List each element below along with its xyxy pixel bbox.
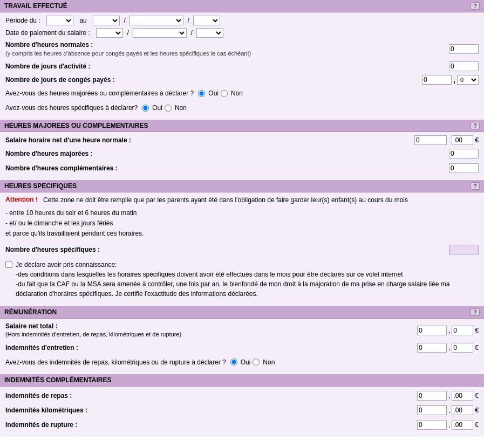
salaire-horaire-euro: €	[475, 136, 479, 144]
heures-specifiques-help-icon[interactable]: ?	[471, 182, 480, 190]
heures-specifiques-header: HEURES SPECIFIQUES ?	[0, 180, 484, 192]
indemnites-entretien-row: Indemnités d'entretien : , €	[5, 342, 479, 354]
indemnites-entretien-input[interactable]	[417, 343, 447, 353]
salaire-horaire-input[interactable]	[414, 135, 447, 145]
kilometriques-row: Indemnités kilométriques : , €	[5, 404, 479, 416]
checkbox-row: Je déclare avoir pris connaissance: -des…	[5, 260, 479, 299]
heures-normales-main-label: Nombre d'heures normales :	[5, 40, 251, 50]
jours-activite-row: Nombre de jours d'activité :	[5, 60, 479, 72]
indemnites-complementaires-body: Indemnités de repas : , € Indemnités kil…	[0, 387, 484, 437]
travail-help-icon[interactable]: ?	[471, 2, 480, 10]
indemnites-entretien-decimal-input[interactable]	[452, 343, 473, 353]
heures-majorees-question-label: Avez-vous des heures majorées ou complém…	[5, 89, 194, 97]
indemnites-entretien-comma: ,	[448, 344, 450, 351]
jours-activite-input-container	[449, 61, 479, 71]
repas-label: Indemnités de repas :	[5, 392, 72, 399]
nb-heures-complementaires-row: Nombre d'heures complémentaires :	[5, 162, 479, 174]
heures-specifiques-body: Attention ! Cette zone ne doit être remp…	[0, 192, 484, 306]
indemnites-oui-radio[interactable]	[230, 359, 237, 366]
checkbox-desc1: -des conditions dans lesquelles les hora…	[16, 271, 403, 278]
indemnites-complementaires-header: INDEMNITÉS COMPLÉMENTAIRES	[0, 374, 484, 387]
salaire-horaire-inputs: €	[414, 135, 479, 145]
nb-heures-specifiques-input[interactable]	[449, 245, 479, 254]
jours-conges-input[interactable]	[422, 75, 452, 85]
note-line3: et parce qu'ils travaillaient pendant ce…	[5, 229, 479, 239]
nb-heures-majorees-input-container	[449, 149, 479, 158]
travail-body: Période du : au / / Date de paiement du …	[0, 12, 484, 120]
heures-normales-input[interactable]	[449, 44, 479, 54]
indemnites-non-radio[interactable]	[253, 359, 260, 366]
jours-conges-inputs: , 05	[422, 75, 479, 85]
jours-conges-row: Nombre de jours de congés payés : , 05	[5, 75, 479, 85]
remuneration-header: RÉMUNÉRATION ?	[0, 306, 484, 319]
heures-majorees-non-radio[interactable]	[221, 90, 228, 97]
periode-day-select[interactable]	[46, 16, 73, 25]
heures-majorees-question-row: Avez-vous des heures majorées ou complém…	[5, 87, 479, 99]
kilometriques-input[interactable]	[417, 405, 447, 415]
date-paiement-label: Date de paiement du salaire :	[5, 29, 90, 37]
heures-majorees-body: Salaire horaire net d'une heure normale …	[0, 132, 484, 180]
repas-euro: €	[475, 392, 479, 399]
attention-box: Attention ! Cette zone ne doit être remp…	[5, 196, 479, 205]
jours-conges-decimal-select[interactable]: 05	[457, 75, 479, 85]
checkbox-text-container: Je déclare avoir pris connaissance: -des…	[16, 260, 479, 299]
periode-end-month-select[interactable]	[129, 16, 183, 25]
repas-row: Indemnités de repas : , €	[5, 390, 479, 402]
nb-heures-complementaires-input[interactable]	[449, 163, 479, 173]
heures-majorees-help-icon[interactable]: ?	[471, 122, 480, 129]
nb-heures-specifiques-row: Nombre d'heures spécifiques :	[5, 244, 479, 256]
rupture-euro: €	[475, 421, 479, 429]
indemnites-entretien-euro: €	[475, 344, 479, 351]
rupture-label: Indemnités de rupture :	[5, 421, 77, 429]
heures-normales-labels: Nombre d'heures normales : (y compris le…	[5, 40, 251, 58]
kilometriques-comma: ,	[448, 406, 450, 414]
travail-header-label: TRAVAIL EFFECTUÉ	[4, 2, 67, 10]
salaire-net-inputs: , €	[417, 326, 479, 335]
heures-majorees-oui-radio[interactable]	[198, 90, 205, 97]
indemnites-complementaires-header-label: INDEMNITÉS COMPLÉMENTAIRES	[4, 376, 111, 384]
salaire-horaire-row: Salaire horaire net d'une heure normale …	[5, 135, 479, 145]
nb-heures-specifiques-input-container	[449, 245, 479, 254]
paiement-month-select[interactable]	[133, 28, 187, 38]
heures-specifiques-oui-radio[interactable]	[142, 105, 149, 112]
repas-inputs: , €	[417, 391, 479, 401]
indemnites-entretien-inputs: , €	[417, 343, 479, 353]
heures-majorees-oui-label: Oui	[208, 89, 219, 97]
jours-activite-input[interactable]	[449, 61, 479, 71]
page-container: TRAVAIL EFFECTUÉ ? Période du : au / / D…	[0, 0, 484, 448]
repas-input[interactable]	[417, 391, 447, 401]
note-line1: - entre 10 heures du soir et 6 heures du…	[5, 208, 479, 218]
indemnites-oui-label: Oui	[241, 359, 251, 366]
attention-label: Attention !	[5, 196, 38, 205]
nb-heures-majorees-label: Nombre d'heures majorées :	[5, 150, 93, 157]
kilometriques-inputs: , €	[417, 405, 479, 415]
paiement-year-select[interactable]	[196, 28, 223, 38]
salaire-net-input[interactable]	[417, 326, 447, 335]
paiement-day-select[interactable]	[96, 28, 123, 38]
rupture-decimal-input[interactable]	[452, 420, 473, 430]
nb-heures-complementaires-input-container	[449, 163, 479, 173]
rupture-row: Indemnités de rupture : , €	[5, 419, 479, 431]
heures-specifiques-non-label: Non	[175, 104, 187, 112]
indemnites-entretien-label: Indemnités d'entretien :	[5, 344, 78, 351]
salaire-net-decimal-input[interactable]	[452, 326, 473, 335]
rupture-inputs: , €	[417, 420, 479, 430]
periode-end-day-select[interactable]	[93, 16, 120, 25]
remuneration-help-icon[interactable]: ?	[471, 308, 480, 316]
conges-dot: ,	[453, 75, 455, 84]
note-line2: - et/ ou le dimanche et les jours fériés	[5, 218, 479, 229]
repas-decimal-input[interactable]	[452, 391, 473, 401]
rupture-input[interactable]	[417, 420, 447, 430]
salaire-net-labels: Salaire net total : (Hors indemnités d'e…	[5, 322, 181, 339]
remuneration-body: Salaire net total : (Hors indemnités d'e…	[0, 319, 484, 374]
salaire-horaire-decimal-input[interactable]	[452, 135, 473, 145]
nb-heures-majorees-input[interactable]	[449, 149, 479, 158]
remuneration-header-label: RÉMUNÉRATION	[4, 308, 57, 316]
heures-specifiques-question-row: Avez-vous des heures spécifiques à décla…	[5, 102, 479, 114]
kilometriques-decimal-input[interactable]	[452, 405, 473, 415]
checkbox-connaissance[interactable]	[5, 261, 12, 268]
heures-normales-input-container	[449, 44, 479, 54]
heures-specifiques-non-radio[interactable]	[165, 105, 172, 112]
indemnites-non-label: Non	[263, 359, 275, 366]
periode-end-year-select[interactable]	[193, 16, 220, 25]
